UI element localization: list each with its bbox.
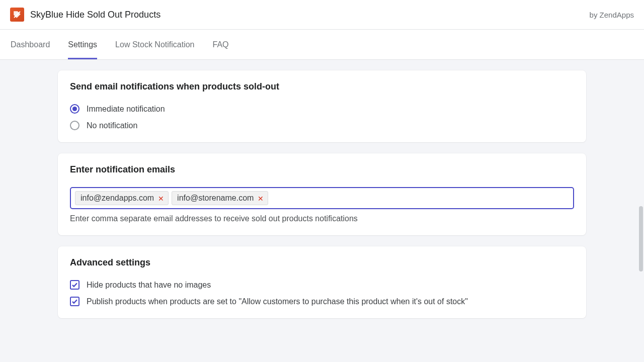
tab-dashboard[interactable]: Dashboard [11, 30, 50, 59]
email-helper-text: Enter comma separate email addresses to … [70, 214, 574, 223]
checkbox-label: Hide products that have no images [87, 281, 211, 290]
card-emails: Enter notification emails info@zendapps.… [58, 153, 586, 235]
card-emails-title: Enter notification emails [70, 164, 574, 175]
card-advanced: Advanced settings Hide products that hav… [58, 246, 586, 318]
header-left: SkyBlue Hide Sold Out Products [10, 8, 160, 22]
radio-label: Immediate notification [87, 105, 165, 114]
remove-chip-icon[interactable]: ✕ [258, 194, 264, 202]
card-notifications: Send email notifications when products s… [58, 70, 586, 142]
checkmark-icon [71, 298, 78, 305]
checkbox-icon [70, 280, 79, 290]
checkbox-icon [70, 297, 79, 306]
tab-faq[interactable]: FAQ [213, 30, 229, 59]
app-header: SkyBlue Hide Sold Out Products by ZendAp… [0, 0, 644, 30]
email-chip-text: info@storename.com [177, 194, 254, 203]
radio-immediate-notification[interactable]: Immediate notification [70, 104, 574, 114]
content-area: Send email notifications when products s… [0, 60, 644, 318]
email-chip: info@zendapps.com ✕ [75, 191, 169, 205]
tab-settings[interactable]: Settings [68, 30, 97, 59]
radio-icon [70, 104, 79, 114]
radio-icon [70, 121, 79, 130]
tab-low-stock-notification[interactable]: Low Stock Notification [115, 30, 194, 59]
checkbox-publish-oos[interactable]: Publish products when products are set t… [70, 297, 574, 306]
tab-bar: Dashboard Settings Low Stock Notificatio… [0, 30, 644, 60]
checkbox-label: Publish products when products are set t… [87, 297, 468, 306]
email-chip: info@storename.com ✕ [172, 191, 268, 205]
scrollbar-thumb[interactable] [639, 206, 643, 272]
checkbox-hide-no-images[interactable]: Hide products that have no images [70, 280, 574, 290]
card-notifications-title: Send email notifications when products s… [70, 81, 574, 92]
app-icon [10, 8, 24, 22]
email-chip-text: info@zendapps.com [80, 194, 154, 203]
app-title: SkyBlue Hide Sold Out Products [30, 10, 160, 20]
email-tag-input[interactable]: info@zendapps.com ✕ info@storename.com ✕ [70, 187, 574, 209]
tag-slash-icon [13, 10, 22, 19]
card-advanced-title: Advanced settings [70, 257, 574, 268]
by-vendor-text: by ZendApps [590, 11, 634, 19]
radio-label: No notification [87, 121, 137, 130]
remove-chip-icon[interactable]: ✕ [158, 194, 164, 202]
checkmark-icon [71, 282, 78, 288]
radio-no-notification[interactable]: No notification [70, 121, 574, 130]
